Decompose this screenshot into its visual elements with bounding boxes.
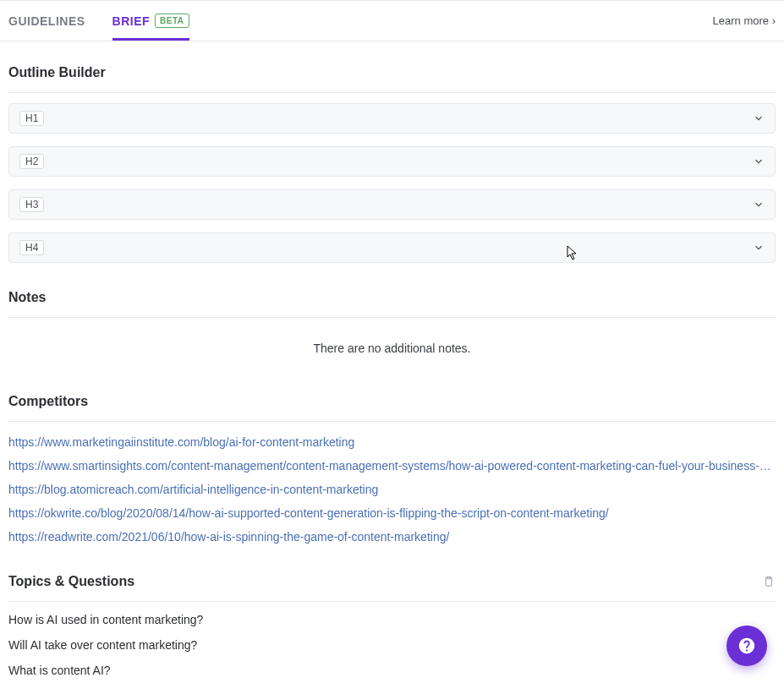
competitor-link[interactable]: https://www.smartinsights.com/content-ma… xyxy=(8,454,776,478)
question-item: What is content AI? xyxy=(8,658,776,683)
outline-item-h4[interactable]: H4 xyxy=(8,232,776,263)
tab-brief[interactable]: BRIEF BETA xyxy=(112,1,189,41)
competitor-link[interactable]: https://okwrite.co/blog/2020/08/14/how-a… xyxy=(8,501,776,525)
competitors-title: Competitors xyxy=(8,394,776,409)
heading-tag: H2 xyxy=(19,154,44,169)
topics-questions-list: How is AI used in content marketing? Wil… xyxy=(8,607,776,683)
outline-item-h1[interactable]: H1 xyxy=(8,103,776,134)
learn-more-link[interactable]: Learn more › xyxy=(713,14,776,27)
competitor-link[interactable]: https://blog.atomicreach.com/artificial-… xyxy=(8,478,776,501)
heading-tag: H1 xyxy=(19,111,44,126)
outline-builder-title: Outline Builder xyxy=(8,65,776,80)
question-item: How is AI used in content marketing? xyxy=(8,607,776,632)
tabs-bar: GUIDELINES BRIEF BETA Learn more › xyxy=(0,1,784,41)
heading-tag: H4 xyxy=(19,240,44,255)
chevron-down-icon xyxy=(753,112,765,124)
notes-title: Notes xyxy=(8,290,776,305)
question-item: Will AI take over content marketing? xyxy=(8,632,776,658)
chevron-down-icon xyxy=(753,199,765,210)
topics-questions-title: Topics & Questions xyxy=(8,574,134,589)
help-button[interactable] xyxy=(726,626,767,666)
competitors-list: https://www.marketingaiinstitute.com/blo… xyxy=(8,430,776,549)
tabs: GUIDELINES BRIEF BETA xyxy=(8,1,189,41)
outline-item-h2[interactable]: H2 xyxy=(8,146,776,177)
tab-brief-label: BRIEF xyxy=(112,14,151,28)
notes-empty-message: There are no additional notes. xyxy=(8,318,776,379)
tab-guidelines[interactable]: GUIDELINES xyxy=(8,1,85,41)
competitor-link[interactable]: https://www.marketingaiinstitute.com/blo… xyxy=(8,430,776,454)
beta-badge: BETA xyxy=(155,14,189,28)
chevron-down-icon xyxy=(753,156,765,167)
clipboard-icon[interactable] xyxy=(762,574,776,589)
heading-tag: H3 xyxy=(19,197,44,212)
competitor-link[interactable]: https://readwrite.com/2021/06/10/how-ai-… xyxy=(8,525,776,549)
outline-item-h3[interactable]: H3 xyxy=(8,189,776,220)
chevron-down-icon xyxy=(753,242,765,254)
